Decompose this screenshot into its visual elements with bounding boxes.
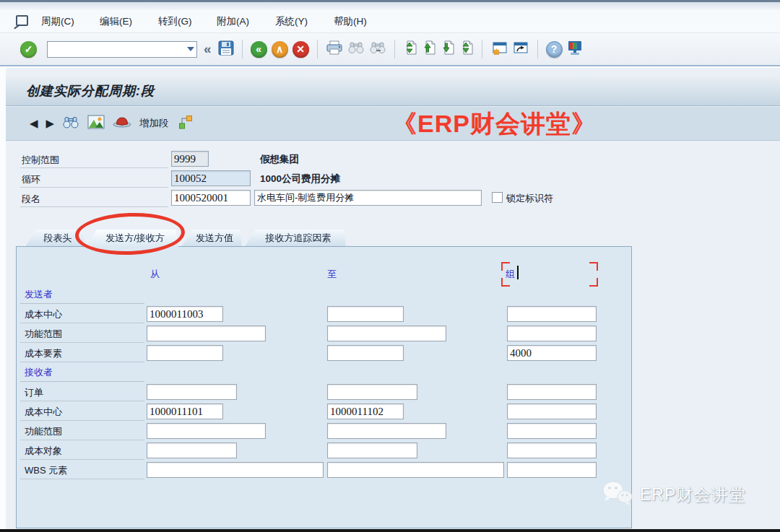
window-title-strip <box>0 2 780 10</box>
receiver-wbs-element-group[interactable] <box>507 462 597 478</box>
receiver-cost-center-from[interactable] <box>147 404 223 419</box>
receiver-order-to[interactable] <box>327 384 417 400</box>
tab-senders-receivers[interactable]: 发送方/接收方 <box>86 230 178 247</box>
exit-icon[interactable]: ✕ <box>292 41 309 58</box>
first-page-icon[interactable] <box>403 40 417 58</box>
receiver-section-label: 接收者 <box>25 366 53 379</box>
receiver-cost-object-to[interactable] <box>327 442 417 458</box>
receiver-wbs-element-to[interactable] <box>327 462 504 478</box>
shortcut-icon[interactable] <box>512 41 529 58</box>
menu-edit[interactable]: 编辑(E) <box>100 15 132 28</box>
enter-check-icon[interactable]: ✓ <box>20 41 37 58</box>
menu-bar: 周期(C) 编辑(E) 转到(G) 附加(A) 系统(Y) 帮助(H) <box>0 10 780 33</box>
brand-watermark: ERP财会讲堂 <box>601 479 745 510</box>
red-watermark-annotation: 《ERP财会讲堂》 <box>392 108 597 141</box>
column-group-header: 组 <box>506 268 515 281</box>
receiver-cost-object-group[interactable] <box>507 442 597 458</box>
print-icon[interactable] <box>326 40 343 58</box>
new-session-icon[interactable] <box>490 41 508 58</box>
sender-cost-element-group[interactable] <box>507 345 597 361</box>
receiver-functional-area-to[interactable] <box>327 423 446 439</box>
collapse-chevrons-icon[interactable]: « <box>204 41 212 57</box>
sender-section-label: 发送者 <box>25 288 53 301</box>
row-label: 成本要素 <box>25 347 62 360</box>
red-corner-brackets-annotation <box>501 262 598 287</box>
find-next-icon[interactable] <box>369 41 386 57</box>
row-label: 功能范围 <box>25 425 62 438</box>
sender-cost-center-from[interactable] <box>147 306 223 322</box>
sender-cost-center-to[interactable] <box>327 306 404 322</box>
sender-hat-icon[interactable] <box>113 116 131 131</box>
sender-functional-area-to[interactable] <box>327 326 446 341</box>
page-up-icon[interactable] <box>422 40 436 58</box>
menu-cycle[interactable]: 周期(C) <box>41 15 74 28</box>
wechat-icon <box>601 479 634 510</box>
receiver-cost-center-to[interactable] <box>327 404 404 419</box>
receiver-cost-object-from[interactable] <box>147 442 237 458</box>
customize-layout-icon[interactable] <box>567 40 583 58</box>
last-page-icon[interactable] <box>459 40 474 58</box>
menu-extras[interactable]: 附加(A) <box>217 15 249 28</box>
toolbar-separator <box>482 40 482 58</box>
screen-exit-icon[interactable] <box>16 15 28 26</box>
receiver-functional-area-from[interactable] <box>147 423 266 439</box>
left-margin <box>0 68 6 529</box>
menu-goto[interactable]: 转到(G) <box>158 15 192 28</box>
senders-receivers-panel: 从 至 组 发送者 成本中心 功能范围 成本要素 接收者 <box>16 246 632 528</box>
command-input[interactable] <box>47 41 197 58</box>
next-item-icon[interactable]: ▶ <box>46 117 55 130</box>
command-dropdown-icon[interactable] <box>187 47 194 51</box>
sender-cost-center-group[interactable] <box>507 306 597 322</box>
lock-indicator-checkbox[interactable] <box>492 192 503 203</box>
sender-functional-area-from[interactable] <box>147 326 266 341</box>
page-title: 创建实际分配周期:段 <box>26 82 155 100</box>
find-icon[interactable] <box>347 41 365 57</box>
help-icon[interactable]: ? <box>546 41 563 58</box>
toolbar-separator <box>537 40 538 58</box>
row-label: 成本对象 <box>25 445 62 458</box>
overview-icon[interactable] <box>87 115 105 132</box>
receiver-cost-center-group[interactable] <box>507 404 597 419</box>
sender-cost-element-to[interactable] <box>327 345 404 361</box>
page-down-icon[interactable] <box>441 40 455 58</box>
menu-system[interactable]: 系统(Y) <box>275 15 308 28</box>
segment-name-field[interactable] <box>171 190 251 206</box>
prev-item-icon[interactable]: ◀ <box>30 117 38 130</box>
receiver-wbs-element-from[interactable] <box>147 462 324 478</box>
menu-help[interactable]: 帮助(H) <box>334 15 367 28</box>
sender-cost-element-from[interactable] <box>147 345 223 361</box>
cycle-label-row: 循环 <box>20 170 168 188</box>
receiver-functional-area-row: 功能范围 <box>17 422 631 441</box>
column-from-header: 从 <box>150 268 160 281</box>
receiver-section-header: 接收者 <box>20 363 144 382</box>
title-bar: 创建实际分配周期:段 <box>6 76 780 106</box>
system-toolbar: ✓ « « ∧ ✕ <box>0 33 780 66</box>
sender-functional-area-group[interactable] <box>507 326 597 341</box>
sender-cost-element-row: 成本要素 <box>17 344 631 363</box>
cycle-field[interactable] <box>171 170 251 186</box>
toolbar-separator <box>317 40 318 58</box>
attach-segment-icon[interactable] <box>177 114 194 133</box>
row-label: 订单 <box>25 386 43 399</box>
receiver-order-group[interactable] <box>507 384 597 400</box>
receiver-cost-center-row: 成本中心 <box>17 402 631 422</box>
controlling-area-field[interactable] <box>171 151 209 167</box>
row-label: WBS 元素 <box>25 464 67 477</box>
tab-receiver-tracing-factor[interactable]: 接收方追踪因素 <box>245 230 346 247</box>
receiver-functional-area-group[interactable] <box>507 423 597 439</box>
segment-desc-field[interactable] <box>254 190 482 206</box>
sender-cost-center-row: 成本中心 <box>17 305 631 324</box>
sender-functional-area-row: 功能范围 <box>17 324 631 344</box>
row-label: 成本中心 <box>25 308 62 321</box>
save-icon[interactable] <box>218 40 234 58</box>
lock-indicator-label: 锁定标识符 <box>506 192 553 205</box>
receiver-order-from[interactable] <box>147 384 237 400</box>
back-icon[interactable]: « <box>251 41 267 58</box>
row-label: 成本中心 <box>25 406 62 419</box>
find-segment-icon[interactable] <box>62 115 79 132</box>
cycle-desc: 1000公司费用分摊 <box>260 173 340 186</box>
add-segment-button[interactable]: 增加段 <box>139 117 169 130</box>
up-icon[interactable]: ∧ <box>272 41 288 58</box>
command-field-wrap <box>47 41 197 58</box>
sender-section-header: 发送者 <box>20 285 144 304</box>
